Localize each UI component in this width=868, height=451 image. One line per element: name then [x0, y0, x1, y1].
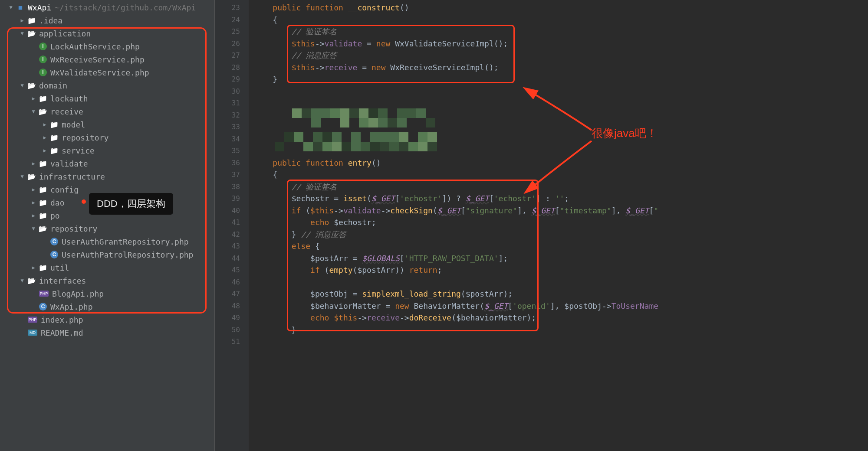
- tree-item-interfaces[interactable]: ▼interfaces: [0, 274, 214, 287]
- tree-item-label: domain: [39, 81, 67, 90]
- chevron-icon[interactable]: [30, 43, 36, 49]
- chevron-icon[interactable]: ▶: [42, 134, 48, 141]
- line-number: 43: [215, 240, 249, 252]
- chevron-icon[interactable]: ▶: [19, 17, 25, 23]
- chevron-icon[interactable]: ▶: [30, 212, 36, 219]
- code-line: if (empty($postArr)) return;: [254, 264, 868, 276]
- chevron-icon[interactable]: [30, 304, 36, 310]
- annotation-arrow-up: [526, 87, 596, 136]
- code-line: // 消息应答: [254, 49, 868, 62]
- tree-item-label: service: [62, 146, 95, 155]
- chevron-icon[interactable]: ▼: [19, 30, 25, 36]
- tree-item-userauthpatrolrepository-php[interactable]: CUserAuthPatrolRepository.php: [0, 248, 214, 261]
- code-area[interactable]: public function __construct() { // 验证签名 …: [249, 0, 868, 451]
- chevron-icon[interactable]: ▶: [30, 186, 36, 193]
- redaction-pixels: [275, 132, 444, 145]
- line-number: 44: [215, 252, 249, 265]
- line-number: 34: [215, 133, 249, 145]
- php-file-icon: PHP: [28, 317, 37, 323]
- tree-item-userauthgrantrepository-php[interactable]: CUserAuthGrantRepository.php: [0, 235, 214, 248]
- tree-item-util[interactable]: ▶util: [0, 261, 214, 274]
- class-icon: C: [50, 238, 58, 245]
- chevron-icon[interactable]: [19, 317, 25, 323]
- tree-item-wxapi[interactable]: ▼WxApi~/itstack/git/github.com/WxApi: [0, 1, 214, 14]
- tree-item-label: model: [62, 120, 85, 129]
- tree-item-label: WxValidateService.php: [50, 68, 149, 77]
- line-number: 28: [215, 62, 249, 74]
- interface-icon: I: [39, 42, 47, 50]
- tree-item-blogapi-php[interactable]: PHPBlogApi.php: [0, 287, 214, 300]
- line-number: 49: [215, 312, 249, 324]
- chevron-icon[interactable]: [30, 56, 36, 62]
- chevron-icon[interactable]: [42, 239, 48, 245]
- tree-item-label: BlogApi.php: [52, 289, 104, 298]
- folder-icon: [39, 225, 47, 232]
- line-number: 30: [215, 85, 249, 98]
- chevron-icon[interactable]: ▼: [19, 82, 25, 88]
- code-line: }: [254, 324, 868, 336]
- chevron-icon[interactable]: [42, 252, 48, 258]
- tree-item-domain[interactable]: ▼domain: [0, 79, 214, 92]
- code-line: $postArr = $GLOBALS['HTTP_RAW_POST_DATA'…: [254, 252, 868, 265]
- folder-icon: [39, 95, 47, 102]
- chevron-icon[interactable]: ▼: [30, 226, 36, 232]
- tree-item-lockauthservice-php[interactable]: ILockAuthService.php: [0, 40, 214, 53]
- chevron-icon[interactable]: ▼: [30, 108, 36, 114]
- tree-item-label: receive: [50, 107, 83, 116]
- interface-icon: I: [39, 56, 47, 63]
- folder-icon: [39, 108, 47, 115]
- tree-item-label: interfaces: [39, 276, 86, 285]
- tree-item-wxreceiveservice-php[interactable]: IWxReceiveService.php: [0, 53, 214, 66]
- tree-item-infrastructure[interactable]: ▼infrastructure: [0, 170, 214, 183]
- tree-item-repository[interactable]: ▶repository: [0, 131, 214, 144]
- tree-item-model[interactable]: ▶model: [0, 118, 214, 131]
- tree-item-index-php[interactable]: PHPindex.php: [0, 313, 214, 326]
- chevron-icon[interactable]: [19, 330, 25, 336]
- code-editor[interactable]: 2324252627282930313233343536373839404142…: [215, 0, 868, 451]
- code-line-blank: [254, 336, 868, 348]
- line-number: 26: [215, 38, 249, 50]
- line-number: 47: [215, 288, 249, 300]
- tree-item--idea[interactable]: ▶.idea: [0, 14, 214, 27]
- tree-item-wxapi-php[interactable]: CWxApi.php: [0, 300, 214, 313]
- chevron-icon[interactable]: ▼: [19, 173, 25, 180]
- chevron-icon[interactable]: ▼: [8, 4, 14, 10]
- chevron-icon[interactable]: ▶: [30, 265, 36, 271]
- line-number: 37: [215, 169, 249, 181]
- tree-item-application[interactable]: ▼application: [0, 27, 214, 40]
- redaction-pixels: [292, 108, 444, 121]
- line-number: 50: [215, 324, 249, 336]
- code-line: // 验证签名: [254, 26, 868, 38]
- chevron-icon[interactable]: ▶: [42, 121, 48, 127]
- folder-icon: [39, 264, 47, 271]
- line-number: 39: [215, 193, 249, 205]
- tree-item-readme-md[interactable]: MDREADME.md: [0, 326, 214, 339]
- annotation-dot: [82, 199, 86, 204]
- annotation-arrow-down: [526, 139, 596, 193]
- line-number: 24: [215, 14, 249, 26]
- line-number: 46: [215, 276, 249, 288]
- chevron-icon[interactable]: ▶: [30, 160, 36, 167]
- tree-item-service[interactable]: ▶service: [0, 144, 214, 157]
- tree-item-label: application: [39, 29, 91, 38]
- folder-icon: [28, 82, 36, 89]
- folder-icon: [28, 29, 36, 37]
- line-number: 27: [215, 49, 249, 62]
- tree-item-receive[interactable]: ▼receive: [0, 105, 214, 118]
- tree-item-repository[interactable]: ▼repository: [0, 222, 214, 235]
- tree-item-lockauth[interactable]: ▶lockauth: [0, 92, 214, 105]
- tree-item-label: WxReceiveService.php: [50, 55, 145, 64]
- folder-icon: [28, 16, 36, 24]
- tree-item-validate[interactable]: ▶validate: [0, 157, 214, 170]
- tree-item-hint: ~/itstack/git/github.com/WxApi: [55, 3, 196, 12]
- chevron-icon[interactable]: [30, 291, 36, 297]
- line-number: 33: [215, 121, 249, 133]
- chevron-icon[interactable]: ▼: [19, 278, 25, 284]
- chevron-icon[interactable]: ▶: [42, 147, 48, 154]
- chevron-icon[interactable]: ▶: [30, 199, 36, 206]
- folder-icon: [50, 147, 58, 154]
- tree-item-label: dao: [50, 198, 65, 207]
- chevron-icon[interactable]: [30, 69, 36, 75]
- tree-item-wxvalidateservice-php[interactable]: IWxValidateService.php: [0, 66, 214, 79]
- chevron-icon[interactable]: ▶: [30, 95, 36, 101]
